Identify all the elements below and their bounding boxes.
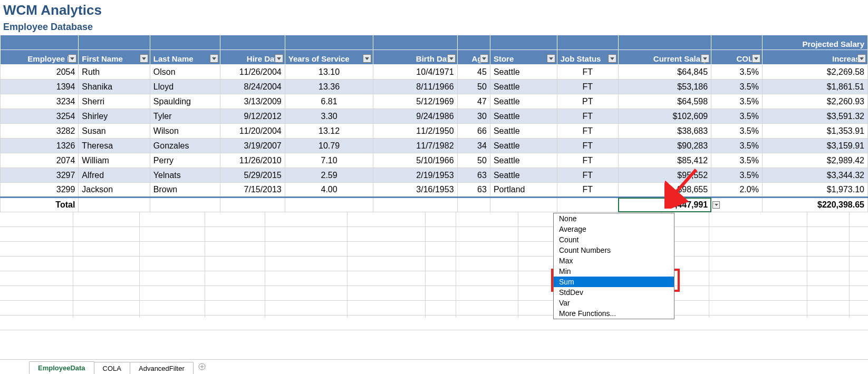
filter-dropdown-icon[interactable] <box>140 54 148 63</box>
sheet-tab-employeedata[interactable]: EmployeeData <box>29 361 94 374</box>
cell-birth[interactable]: 5/10/1966 <box>373 153 457 168</box>
cell-cola[interactable]: 3.5% <box>711 109 763 124</box>
function-menu-item-count-numbers[interactable]: Count Numbers <box>554 245 674 255</box>
cell-age[interactable]: 45 <box>457 65 490 80</box>
filter-dropdown-icon[interactable] <box>608 54 616 63</box>
total-cell-proj[interactable]: $220,398.65 <box>762 198 867 212</box>
cell-yos[interactable]: 13.12 <box>285 124 373 139</box>
cell-store[interactable]: Seattle <box>490 168 557 183</box>
function-menu-item-var[interactable]: Var <box>554 298 674 308</box>
column-header-years-of-service[interactable]: Years of Service <box>285 50 373 65</box>
cell-yos[interactable]: 13.36 <box>285 80 373 94</box>
column-header-last-name[interactable]: Last Name <box>150 50 220 65</box>
column-header-first-name[interactable]: First Name <box>79 50 150 65</box>
cell-cola[interactable]: 3.5% <box>711 65 763 80</box>
cell-salary[interactable]: $85,412 <box>618 153 711 168</box>
cell-proj[interactable]: $1,973.10 <box>762 183 867 198</box>
cell-id[interactable]: 3282 <box>1 124 79 139</box>
filter-dropdown-icon[interactable] <box>363 54 371 63</box>
column-header-age[interactable]: Age <box>457 50 490 65</box>
filter-dropdown-icon[interactable] <box>447 54 456 63</box>
cell-salary[interactable]: $64,598 <box>618 94 711 109</box>
cell-proj[interactable]: $2,260.93 <box>762 94 867 109</box>
table-row[interactable]: 2054RuthOlson11/26/200413.1010/4/197145S… <box>1 65 868 80</box>
function-menu-item-sum[interactable]: Sum <box>554 277 674 287</box>
cell-age[interactable]: 63 <box>457 183 490 198</box>
cell-age[interactable]: 47 <box>457 94 490 109</box>
filter-dropdown-icon[interactable] <box>68 54 76 63</box>
cell-salary[interactable]: $38,683 <box>618 124 711 139</box>
filter-dropdown-icon[interactable] <box>480 54 488 63</box>
cell-id[interactable]: 3254 <box>1 109 79 124</box>
table-row[interactable]: 3297AlfredYelnats5/29/20152.592/19/19536… <box>1 168 868 183</box>
cell-hire[interactable]: 11/26/2010 <box>220 153 285 168</box>
cell-status[interactable]: FT <box>557 183 618 198</box>
cell-age[interactable]: 30 <box>457 109 490 124</box>
table-row[interactable]: 3234SherriSpaulding3/13/20096.815/12/196… <box>1 94 868 109</box>
cell-last[interactable]: Spaulding <box>150 94 220 109</box>
cell-salary[interactable]: $53,186 <box>618 80 711 94</box>
cell-salary[interactable]: $90,283 <box>618 139 711 153</box>
total-cell-last[interactable] <box>150 198 220 212</box>
cell-hire[interactable]: 11/26/2004 <box>220 65 285 80</box>
cell-birth[interactable]: 9/24/1986 <box>373 109 457 124</box>
cell-cola[interactable]: 2.0% <box>711 183 763 198</box>
cell-id[interactable]: 3297 <box>1 168 79 183</box>
filter-dropdown-icon[interactable] <box>752 54 760 63</box>
filter-dropdown-icon[interactable] <box>210 54 218 63</box>
cell-first[interactable]: Sherri <box>79 94 150 109</box>
cell-status[interactable]: FT <box>557 139 618 153</box>
cell-store[interactable]: Seattle <box>490 109 557 124</box>
cell-yos[interactable]: 13.10 <box>285 65 373 80</box>
cell-last[interactable]: Tyler <box>150 109 220 124</box>
cell-yos[interactable]: 4.00 <box>285 183 373 198</box>
column-header-job-status[interactable]: Job Status <box>557 50 618 65</box>
cell-last[interactable]: Olson <box>150 65 220 80</box>
function-menu-item-average[interactable]: Average <box>554 224 674 234</box>
cell-first[interactable]: Susan <box>79 124 150 139</box>
cell-last[interactable]: Brown <box>150 183 220 198</box>
total-cell-id[interactable]: Total <box>1 198 79 212</box>
subtotal-function-menu[interactable]: NoneAverageCountCount NumbersMaxMinSumSt… <box>553 213 674 319</box>
cell-store[interactable]: Seattle <box>490 153 557 168</box>
table-row[interactable]: 3254ShirleyTyler9/12/20123.309/24/198630… <box>1 109 868 124</box>
table-row[interactable]: 2074WilliamPerry11/26/20107.105/10/19665… <box>1 153 868 168</box>
cell-status[interactable]: FT <box>557 153 618 168</box>
cell-hire[interactable]: 9/12/2012 <box>220 109 285 124</box>
cell-store[interactable]: Seattle <box>490 124 557 139</box>
cell-cola[interactable]: 3.5% <box>711 124 763 139</box>
cell-cola[interactable]: 3.5% <box>711 80 763 94</box>
cell-birth[interactable]: 3/16/1953 <box>373 183 457 198</box>
cell-hire[interactable]: 7/15/2013 <box>220 183 285 198</box>
cell-id[interactable]: 3299 <box>1 183 79 198</box>
column-header-store[interactable]: Store <box>490 50 557 65</box>
total-cell-store[interactable] <box>490 198 557 212</box>
cell-first[interactable]: Theresa <box>79 139 150 153</box>
total-cell-status[interactable] <box>557 198 618 212</box>
cell-last[interactable]: Lloyd <box>150 80 220 94</box>
column-header-hire-date[interactable]: Hire Date <box>220 50 285 65</box>
table-row[interactable]: 1326TheresaGonzales3/19/200710.7911/7/19… <box>1 139 868 153</box>
function-menu-item-max[interactable]: Max <box>554 255 674 266</box>
filter-dropdown-icon[interactable] <box>547 54 555 63</box>
function-menu-item-none[interactable]: None <box>554 213 674 224</box>
cell-age[interactable]: 34 <box>457 139 490 153</box>
cell-last[interactable]: Perry <box>150 153 220 168</box>
cell-first[interactable]: Alfred <box>79 168 150 183</box>
cell-birth[interactable]: 2/19/1953 <box>373 168 457 183</box>
total-cell-hire[interactable] <box>220 198 285 212</box>
column-header-current-salary[interactable]: Current Salary <box>618 50 711 65</box>
total-cell-age[interactable] <box>457 198 490 212</box>
column-header-cola[interactable]: COLA <box>711 50 763 65</box>
cell-first[interactable]: Shanika <box>79 80 150 94</box>
table-row[interactable]: 3282SusanWilson11/20/200413.1211/2/19506… <box>1 124 868 139</box>
function-menu-item-stddev[interactable]: StdDev <box>554 287 674 298</box>
cell-salary[interactable]: $102,609 <box>618 109 711 124</box>
function-menu-item-count[interactable]: Count <box>554 234 674 245</box>
table-row[interactable]: 1394ShanikaLloyd8/24/200413.368/11/19665… <box>1 80 868 94</box>
filter-dropdown-icon[interactable] <box>701 54 709 63</box>
column-header-projected-salary-increase[interactable]: Increase <box>762 50 867 65</box>
cell-id[interactable]: 1326 <box>1 139 79 153</box>
cell-hire[interactable]: 3/13/2009 <box>220 94 285 109</box>
cell-yos[interactable]: 3.30 <box>285 109 373 124</box>
